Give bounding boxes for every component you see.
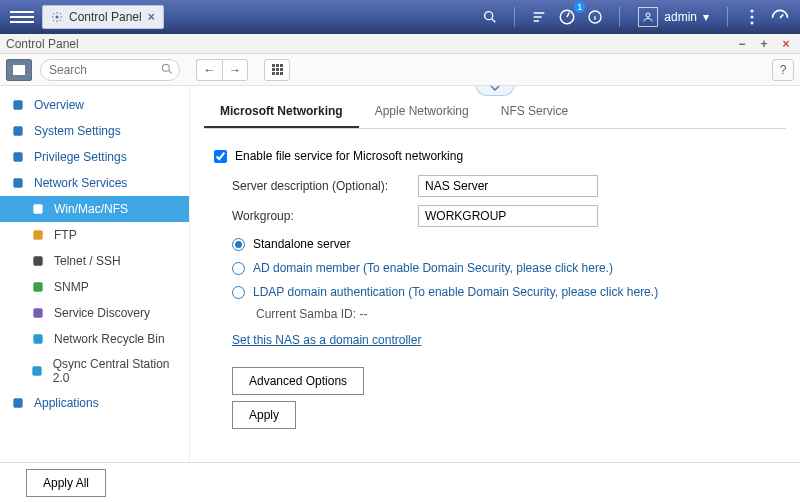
sidebar-item-snmp[interactable]: SNMP: [0, 274, 189, 300]
sidebar-icon: [30, 279, 46, 295]
sidebar-item-privilege-settings[interactable]: Privilege Settings: [0, 144, 189, 170]
svg-rect-20: [13, 398, 22, 407]
info-icon[interactable]: [581, 3, 609, 31]
enable-ms-networking-checkbox[interactable]: [214, 150, 227, 163]
sidebar-item-network-services[interactable]: Network Services: [0, 170, 189, 196]
close-tab-icon[interactable]: ×: [148, 10, 155, 24]
sidebar: OverviewSystem SettingsPrivilege Setting…: [0, 86, 190, 462]
tab-apple-networking[interactable]: Apple Networking: [359, 96, 485, 128]
set-domain-controller-link[interactable]: Set this NAS as a domain controller: [232, 333, 421, 347]
enable-ms-networking-label: Enable file service for Microsoft networ…: [235, 149, 463, 163]
sidebar-item-label: Win/Mac/NFS: [54, 202, 128, 216]
sidebar-item-network-recycle-bin[interactable]: Network Recycle Bin: [0, 326, 189, 352]
notifications-icon[interactable]: 1: [553, 3, 581, 31]
svg-point-4: [646, 13, 650, 17]
forward-button[interactable]: →: [222, 59, 248, 81]
sidebar-item-qsync-central-station-2-0[interactable]: Qsync Central Station 2.0: [0, 352, 189, 390]
svg-point-0: [56, 16, 59, 19]
form-area: Enable file service for Microsoft networ…: [204, 129, 786, 443]
sidebar-icon: [10, 97, 26, 113]
tab-label: Control Panel: [69, 10, 142, 24]
menu-icon[interactable]: [10, 5, 34, 29]
content-pane: Microsoft NetworkingApple NetworkingNFS …: [190, 86, 800, 462]
tasks-icon[interactable]: [525, 3, 553, 31]
chevron-down-icon: ▾: [703, 10, 709, 24]
gear-icon: [51, 11, 63, 23]
sidebar-icon: [10, 149, 26, 165]
user-name: admin: [664, 10, 697, 24]
ad-member-radio[interactable]: [232, 262, 245, 275]
sidebar-icon: [10, 395, 26, 411]
workgroup-input[interactable]: [418, 205, 598, 227]
sidebar-icon: [10, 175, 26, 191]
apps-grid-button[interactable]: [264, 59, 290, 81]
tab-microsoft-networking[interactable]: Microsoft Networking: [204, 96, 359, 128]
user-icon: [638, 7, 658, 27]
sidebar-icon: [30, 305, 46, 321]
ldap-auth-label[interactable]: LDAP domain authentication (To enable Do…: [253, 285, 658, 299]
svg-rect-13: [33, 204, 42, 213]
svg-rect-11: [13, 152, 22, 161]
dashboard-icon[interactable]: [766, 3, 794, 31]
user-menu[interactable]: admin ▾: [630, 7, 717, 27]
apply-button[interactable]: Apply: [232, 401, 296, 429]
server-desc-label: Server description (Optional):: [210, 179, 410, 193]
minimize-button[interactable]: −: [734, 36, 750, 52]
home-icon: [13, 65, 25, 75]
grid-icon: [272, 64, 283, 75]
sidebar-item-label: Service Discovery: [54, 306, 150, 320]
home-button[interactable]: [6, 59, 32, 81]
svg-rect-10: [13, 126, 22, 135]
sidebar-item-win-mac-nfs[interactable]: Win/Mac/NFS: [0, 196, 189, 222]
footer: Apply All: [0, 462, 800, 502]
window-title: Control Panel: [6, 37, 79, 51]
help-button[interactable]: ?: [772, 59, 794, 81]
svg-point-7: [751, 22, 754, 25]
sidebar-icon: [30, 363, 45, 379]
back-button[interactable]: ←: [196, 59, 222, 81]
svg-rect-15: [33, 256, 42, 265]
sidebar-item-label: FTP: [54, 228, 77, 242]
sidebar-item-label: Network Recycle Bin: [54, 332, 165, 346]
advanced-options-button[interactable]: Advanced Options: [232, 367, 364, 395]
open-tab-control-panel[interactable]: Control Panel ×: [42, 5, 164, 29]
workgroup-label: Workgroup:: [210, 209, 410, 223]
search-icon[interactable]: [476, 3, 504, 31]
sidebar-item-applications[interactable]: Applications: [0, 390, 189, 416]
sidebar-item-label: Privilege Settings: [34, 150, 127, 164]
svg-rect-19: [33, 366, 42, 375]
close-button[interactable]: ×: [778, 36, 794, 52]
sidebar-item-service-discovery[interactable]: Service Discovery: [0, 300, 189, 326]
standalone-radio[interactable]: [232, 238, 245, 251]
sidebar-item-telnet-ssh[interactable]: Telnet / SSH: [0, 248, 189, 274]
expand-handle[interactable]: [475, 86, 515, 96]
ldap-auth-radio[interactable]: [232, 286, 245, 299]
search-field: [40, 59, 180, 81]
server-desc-input[interactable]: [418, 175, 598, 197]
sidebar-icon: [10, 123, 26, 139]
more-icon[interactable]: [738, 3, 766, 31]
sidebar-icon: [30, 331, 46, 347]
sidebar-item-label: Overview: [34, 98, 84, 112]
app-toolbar: Control Panel × 1 admin ▾: [0, 0, 800, 34]
svg-rect-18: [33, 334, 42, 343]
ad-member-label[interactable]: AD domain member (To enable Domain Secur…: [253, 261, 613, 275]
sidebar-item-overview[interactable]: Overview: [0, 92, 189, 118]
sidebar-item-label: Applications: [34, 396, 99, 410]
sidebar-item-system-settings[interactable]: System Settings: [0, 118, 189, 144]
svg-rect-14: [33, 230, 42, 239]
svg-point-6: [751, 16, 754, 19]
svg-rect-12: [13, 178, 22, 187]
svg-rect-17: [33, 308, 42, 317]
maximize-button[interactable]: +: [756, 36, 772, 52]
search-input[interactable]: [40, 59, 180, 81]
sidebar-item-label: Qsync Central Station 2.0: [53, 357, 179, 385]
svg-rect-9: [13, 100, 22, 109]
tab-nfs-service[interactable]: NFS Service: [485, 96, 584, 128]
search-glyph-icon: [160, 62, 174, 76]
svg-point-1: [485, 12, 493, 20]
sidebar-icon: [30, 227, 46, 243]
sidebar-item-ftp[interactable]: FTP: [0, 222, 189, 248]
window-titlebar: Control Panel − + ×: [0, 34, 800, 54]
apply-all-button[interactable]: Apply All: [26, 469, 106, 497]
